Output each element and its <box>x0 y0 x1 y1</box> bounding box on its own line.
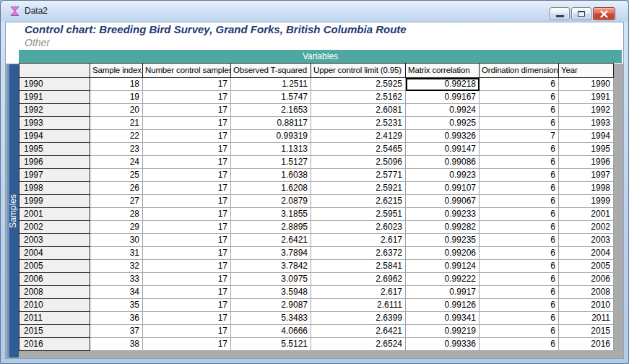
cell[interactable]: 20 <box>90 104 143 117</box>
cell[interactable]: 27 <box>90 195 143 208</box>
cell[interactable]: 0.99222 <box>406 273 480 286</box>
cell[interactable]: 2.6962 <box>311 273 406 286</box>
cell[interactable]: 6 <box>480 182 559 195</box>
cell[interactable]: 0.99235 <box>406 234 480 247</box>
cell[interactable]: 2002 <box>559 221 614 234</box>
cell[interactable]: 2006 <box>559 273 614 286</box>
cell[interactable]: 17 <box>143 338 231 351</box>
row-label[interactable]: 2006 <box>19 273 90 286</box>
cell[interactable]: 17 <box>143 130 231 143</box>
cell[interactable]: 2.6524 <box>311 338 406 351</box>
cell[interactable]: 17 <box>143 299 231 312</box>
cell[interactable]: 2.5231 <box>311 117 406 130</box>
cell[interactable]: 2.9087 <box>231 299 311 312</box>
row-label[interactable]: 1999 <box>19 195 90 208</box>
column-header[interactable]: Ordination dimension <box>480 64 559 78</box>
cell[interactable]: 1993 <box>559 117 614 130</box>
column-header[interactable]: Observed T-squared <box>231 64 311 78</box>
cell[interactable]: 17 <box>143 195 231 208</box>
cell[interactable]: 6 <box>480 273 559 286</box>
cell[interactable]: 6 <box>480 286 559 299</box>
cell[interactable]: 0.99206 <box>406 247 480 260</box>
row-label[interactable]: 2002 <box>19 221 90 234</box>
cell[interactable]: 0.99326 <box>406 130 480 143</box>
cell[interactable]: 6 <box>480 247 559 260</box>
row-label[interactable]: 2005 <box>19 260 90 273</box>
cell[interactable]: 2.8895 <box>231 221 311 234</box>
cell[interactable]: 17 <box>143 78 231 91</box>
row-label[interactable]: 2010 <box>19 299 90 312</box>
cell[interactable]: 17 <box>143 208 231 221</box>
cell[interactable]: 17 <box>143 156 231 169</box>
cell[interactable]: 3.7842 <box>231 260 311 273</box>
cell[interactable]: 0.99341 <box>406 312 480 325</box>
cell[interactable]: 6 <box>480 299 559 312</box>
cell[interactable]: 2.6023 <box>311 221 406 234</box>
cell[interactable]: 2008 <box>559 286 614 299</box>
row-label[interactable]: 1990 <box>19 78 90 91</box>
cell[interactable]: 3.5948 <box>231 286 311 299</box>
column-header[interactable]: Sample index <box>90 64 143 78</box>
cell[interactable]: 6 <box>480 325 559 338</box>
cell[interactable]: 6 <box>480 156 559 169</box>
cell[interactable]: 1995 <box>559 143 614 156</box>
row-label[interactable]: 2016 <box>19 338 90 351</box>
cell[interactable]: 1990 <box>559 78 614 91</box>
row-label[interactable]: 2015 <box>19 325 90 338</box>
cell[interactable]: 18 <box>90 78 143 91</box>
cell[interactable]: 2.6081 <box>311 104 406 117</box>
cell[interactable]: 2.6111 <box>311 299 406 312</box>
cell[interactable]: 6 <box>480 312 559 325</box>
cell[interactable]: 1.5747 <box>231 91 311 104</box>
cell[interactable]: 33 <box>90 273 143 286</box>
cell[interactable]: 17 <box>143 234 231 247</box>
cell[interactable]: 1997 <box>559 169 614 182</box>
cell[interactable]: 0.9923 <box>406 169 480 182</box>
cell[interactable]: 23 <box>90 143 143 156</box>
cell[interactable]: 0.99107 <box>406 182 480 195</box>
cell[interactable]: 6 <box>480 234 559 247</box>
cell[interactable]: 6 <box>480 104 559 117</box>
cell[interactable]: 2.5925 <box>311 78 406 91</box>
selected-cell[interactable]: 0.99218 <box>406 78 480 91</box>
cell[interactable]: 1.2511 <box>231 78 311 91</box>
cell[interactable]: 17 <box>143 286 231 299</box>
cell[interactable]: 35 <box>90 299 143 312</box>
cell[interactable]: 0.99336 <box>406 338 480 351</box>
column-header[interactable]: Number control samples <box>143 64 231 78</box>
cell[interactable]: 0.99219 <box>406 325 480 338</box>
cell[interactable]: 17 <box>143 273 231 286</box>
cell[interactable]: 17 <box>143 117 231 130</box>
title-bar[interactable]: Data2 <box>1 1 628 22</box>
cell[interactable]: 0.99147 <box>406 143 480 156</box>
row-label[interactable]: 1993 <box>19 117 90 130</box>
cell[interactable]: 0.9924 <box>406 104 480 117</box>
cell[interactable]: 0.99319 <box>231 130 311 143</box>
cell[interactable]: 6 <box>480 78 559 91</box>
cell[interactable]: 6 <box>480 221 559 234</box>
row-label[interactable]: 1996 <box>19 156 90 169</box>
cell[interactable]: 17 <box>143 260 231 273</box>
cell[interactable]: 17 <box>143 182 231 195</box>
cell[interactable]: 2.5096 <box>311 156 406 169</box>
cell[interactable]: 2001 <box>559 208 614 221</box>
cell[interactable]: 2.6421 <box>231 234 311 247</box>
cell[interactable]: 1996 <box>559 156 614 169</box>
cell[interactable]: 34 <box>90 286 143 299</box>
row-label[interactable]: 1992 <box>19 104 90 117</box>
cell[interactable]: 6 <box>480 338 559 351</box>
cell[interactable]: 19 <box>90 91 143 104</box>
maximize-button[interactable] <box>571 7 591 20</box>
cell[interactable]: 1994 <box>559 130 614 143</box>
cell[interactable]: 2.1653 <box>231 104 311 117</box>
cell[interactable]: 0.99167 <box>406 91 480 104</box>
cell[interactable]: 6 <box>480 169 559 182</box>
cell[interactable]: 2.5921 <box>311 182 406 195</box>
cell[interactable]: 2.617 <box>311 234 406 247</box>
row-label[interactable]: 2003 <box>19 234 90 247</box>
cell[interactable]: 17 <box>143 247 231 260</box>
cell[interactable]: 0.99233 <box>406 208 480 221</box>
row-label[interactable]: 1995 <box>19 143 90 156</box>
cell[interactable]: 6 <box>480 260 559 273</box>
row-label[interactable]: 1997 <box>19 169 90 182</box>
